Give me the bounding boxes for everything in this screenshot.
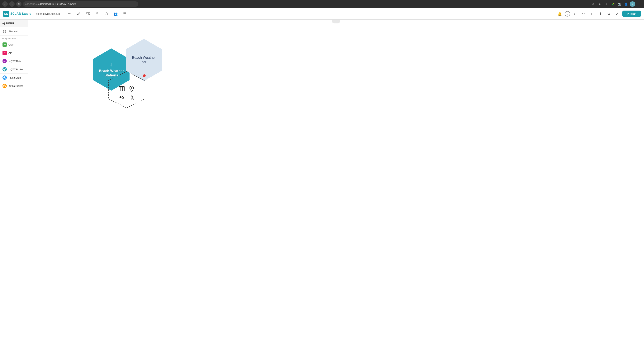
api-label: API [8,52,12,54]
forward-button[interactable]: → [9,1,14,7]
svg-line-20 [122,96,124,98]
svg-point-7 [4,77,5,78]
photo-icon[interactable]: 📷 [617,1,622,7]
edit-icon[interactable]: ✏ [66,10,73,17]
bookmark-icon[interactable]: ☆ [604,1,609,7]
refresh-button[interactable]: ↻ [16,1,22,7]
svg-point-9 [4,86,5,86]
sidebar-menu-title: MENU [6,22,14,25]
puzzle-icon[interactable]: 🧩 [610,1,616,7]
sidebar-toggle[interactable]: ◀ [2,22,4,25]
svg-rect-3 [5,32,6,33]
back-button[interactable]: ← [2,1,8,7]
list-icon[interactable]: ☰ [121,10,128,17]
sidebar-item-csv[interactable]: CSV CSV [0,41,28,49]
element-icon [2,29,7,34]
kafka-broker-label: Kafka Broker [8,85,23,87]
kafka-data-icon [2,75,7,80]
collapse-arrow[interactable]: ▲ [332,20,340,24]
bell-icon[interactable]: 🔔 [556,10,563,17]
dashed-hex-icons [118,86,135,100]
table-icon [118,86,125,92]
transform-icon [128,95,135,100]
export-icon[interactable]: ⬇ [597,10,604,17]
node-dashed-wrapper[interactable] [108,72,145,115]
formula-icon [118,95,125,100]
svg-rect-0 [3,30,4,31]
api-icon: API [2,51,7,55]
svg-rect-24 [129,98,131,100]
kafka-broker-icon [2,84,7,88]
kafka-data-label: Kafka Data [8,76,21,79]
logo-text: SCLAB Studio [10,12,31,16]
logo-area: SC SCLAB Studio [3,11,31,17]
sidebar-item-mqtt-broker[interactable]: MQTT Broker [0,65,28,74]
top-bar: SC SCLAB Studio globalcitydc.sclab.io ✏ … [0,8,644,20]
canvas[interactable]: ▲ ↓ Beach Weather Stations Beach Weather… [28,20,644,358]
redo-icon[interactable]: ↪ [580,10,587,17]
logo-icon: SC [3,11,9,17]
csv-label: CSV [8,43,14,46]
element-label: Element [8,30,18,33]
main-area: ◀ MENU Element Drag and drop [0,20,644,358]
url-bar[interactable]: app.sclab.io /editor/site/Tk4xHRqCxtzvwP… [23,1,138,7]
sidebar-item-kafka-broker[interactable]: Kafka Broker [0,82,28,90]
share-icon[interactable]: ⬆ [588,10,596,17]
svg-rect-1 [5,30,6,31]
profile-avatar[interactable]: S [630,1,635,7]
sidebar-item-api[interactable]: API API [0,49,28,57]
svg-rect-2 [3,32,4,33]
sidebar-item-element[interactable]: Element [0,27,28,36]
url-path: /editor/site/Tk4xHRqCxtzvwPYJc/data [38,3,76,5]
download-arrow-icon: ↓ [110,62,113,68]
sidebar: ◀ MENU Element Drag and drop [0,20,28,358]
resize-icon[interactable]: ⤢ [614,10,621,17]
pen-icon[interactable]: 🖊 [75,10,82,17]
sidebar-item-mqtt-data[interactable]: IOT MQTT Data [0,57,28,65]
drag-drop-label: Drag and drop [0,36,28,41]
help-icon[interactable]: ? [565,11,570,17]
browser-chrome: ← → ↻ app.sclab.io /editor/site/Tk4xHRqC… [0,0,644,8]
sidebar-item-kafka-data[interactable]: Kafka Data [0,74,28,82]
mqtt-broker-icon [2,67,7,72]
download-icon[interactable]: ⬇ [597,1,602,7]
mqtt-data-icon: IOT [2,59,7,63]
sidebar-header: ◀ MENU [0,20,28,27]
svg-point-5 [4,69,5,70]
undo-icon[interactable]: ↩ [572,10,578,17]
csv-icon: CSV [2,42,7,47]
publish-button[interactable]: Publish [622,11,641,17]
map-icon[interactable]: 🗺 [84,10,91,17]
team-icon[interactable]: 👥 [112,10,119,17]
browser-right-icons: ⊕ ⬇ ☆ 🧩 📷 👤 S ⋮ [591,1,642,7]
svg-rect-11 [119,86,124,91]
database-icon[interactable]: 🗄 [94,10,100,17]
url-prefix: app.sclab.io [25,3,38,5]
app-container: SC SCLAB Studio globalcitydc.sclab.io ✏ … [0,8,644,358]
more-icon[interactable]: ⋮ [636,1,642,7]
plugin-icon[interactable]: ⬡ [103,10,110,17]
svg-rect-23 [129,95,131,97]
add-location-icon [128,86,135,92]
site-name: globalcitydc.sclab.io [36,12,60,15]
mqtt-data-label: MQTT Data [8,60,22,63]
mqtt-broker-label: MQTT Broker [8,68,24,71]
settings-icon[interactable]: ⚙ [606,10,612,17]
right-toolbar: 🔔 ? ↩ ↪ ⬆ ⬇ ⚙ ⤢ Publish [556,10,641,17]
bar-label: Beach Weather bar [126,56,162,65]
user-icon[interactable]: 👤 [623,1,629,7]
extensions-icon[interactable]: ⊕ [591,1,596,7]
